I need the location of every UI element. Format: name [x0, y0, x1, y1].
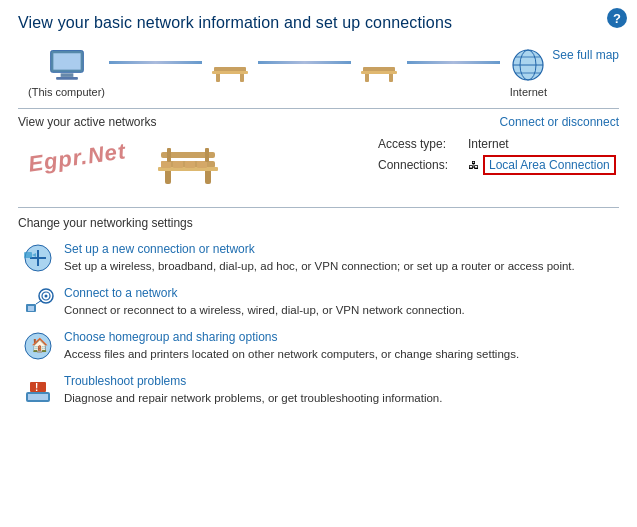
- svg-rect-22: [173, 161, 183, 168]
- settings-link-1[interactable]: Connect to a network: [64, 286, 619, 300]
- settings-text-3: Troubleshoot problems Diagnose and repai…: [64, 374, 619, 406]
- settings-desc-3: Diagnose and repair network problems, or…: [64, 392, 442, 404]
- homegroup-icon: 🏠: [22, 330, 54, 362]
- diagram-router: [355, 52, 403, 92]
- svg-rect-11: [361, 71, 397, 74]
- svg-rect-24: [197, 161, 207, 168]
- network-logo-area: Egpr.Net: [18, 137, 358, 197]
- new-connection-icon: [22, 242, 54, 274]
- active-networks-header: View your active networks Connect or dis…: [18, 108, 619, 129]
- settings-text-0: Set up a new connection or network Set u…: [64, 242, 619, 274]
- diagram-line-1: [109, 61, 202, 64]
- connection-link[interactable]: Local Area Connection: [483, 155, 616, 175]
- settings-desc-0: Set up a wireless, broadband, dial-up, a…: [64, 260, 575, 272]
- svg-rect-31: [24, 252, 32, 258]
- internet-label: Internet: [510, 86, 547, 98]
- access-type-label: Access type:: [378, 137, 468, 151]
- svg-point-37: [45, 295, 48, 298]
- svg-rect-23: [185, 161, 195, 168]
- settings-item-2: 🏠 Choose homegroup and sharing options A…: [18, 330, 619, 362]
- see-full-map-link[interactable]: See full map: [552, 46, 619, 62]
- computer-label: (This computer): [28, 86, 105, 98]
- settings-desc-2: Access files and printers located on oth…: [64, 348, 519, 360]
- page-title: View your basic network information and …: [18, 14, 619, 32]
- svg-rect-34: [28, 306, 34, 311]
- diagram-line-3: [407, 61, 500, 64]
- diagram-hub: [206, 52, 254, 92]
- computer-diagram-icon: [43, 46, 91, 86]
- access-type-row: Access type: Internet: [378, 137, 619, 151]
- svg-rect-27: [205, 148, 209, 162]
- settings-item-3: ! Troubleshoot problems Diagnose and rep…: [18, 374, 619, 406]
- connect-or-disconnect-link[interactable]: Connect or disconnect: [500, 115, 619, 129]
- settings-link-2[interactable]: Choose homegroup and sharing options: [64, 330, 619, 344]
- connections-row: Connections: 🖧 Local Area Connection: [378, 155, 619, 175]
- internet-icon: [504, 46, 552, 86]
- svg-text:!: !: [35, 382, 38, 393]
- network-diagram: (This computer): [18, 46, 619, 98]
- svg-rect-42: [28, 394, 48, 400]
- settings-item-0: Set up a new connection or network Set u…: [18, 242, 619, 274]
- router-icon: [355, 52, 403, 92]
- settings-item-1: Connect to a network Connect or reconnec…: [18, 286, 619, 318]
- access-type-value: Internet: [468, 137, 509, 151]
- settings-items-list: Set up a new connection or network Set u…: [18, 242, 619, 406]
- diagram-line-2: [258, 61, 351, 64]
- svg-rect-7: [212, 71, 248, 74]
- connections-label: Connections:: [378, 158, 468, 172]
- network-info-area: Access type: Internet Connections: 🖧 Loc…: [358, 137, 619, 197]
- change-settings-title: Change your networking settings: [18, 216, 193, 230]
- hub-icon: [206, 52, 254, 92]
- settings-link-0[interactable]: Set up a new connection or network: [64, 242, 619, 256]
- diagram-computer: (This computer): [28, 46, 105, 98]
- diagram-internet: Internet: [504, 46, 552, 98]
- active-networks-title: View your active networks: [18, 115, 157, 129]
- watermark: Egpr.Net: [27, 138, 128, 177]
- svg-rect-3: [56, 77, 78, 80]
- settings-link-3[interactable]: Troubleshoot problems: [64, 374, 619, 388]
- settings-text-2: Choose homegroup and sharing options Acc…: [64, 330, 619, 362]
- svg-text:🏠: 🏠: [31, 337, 49, 354]
- settings-text-1: Connect to a network Connect or reconnec…: [64, 286, 619, 318]
- help-icon[interactable]: ?: [607, 8, 627, 28]
- troubleshoot-icon: !: [22, 374, 54, 406]
- svg-rect-1: [53, 53, 80, 69]
- connection-icon: 🖧: [468, 159, 479, 171]
- settings-desc-1: Connect or reconnect to a wireless, wire…: [64, 304, 465, 316]
- svg-rect-2: [60, 73, 73, 77]
- svg-rect-21: [161, 161, 171, 168]
- active-networks-area: Egpr.Net Access type: Internet Connectio…: [18, 137, 619, 197]
- svg-rect-26: [167, 148, 171, 162]
- connect-network-icon: [22, 286, 54, 318]
- change-settings-header: Change your networking settings: [18, 207, 619, 230]
